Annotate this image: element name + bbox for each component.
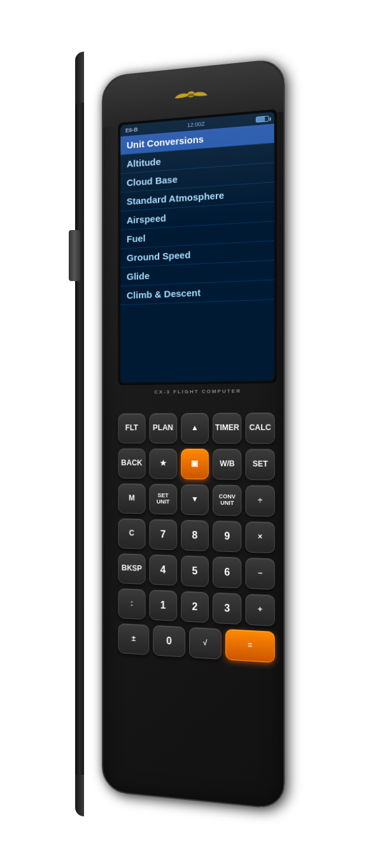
key-timer[interactable]: TIMER [213,413,241,444]
key-m[interactable]: M [118,483,145,514]
key-c[interactable]: C [118,518,145,549]
key-9[interactable]: 9 [213,521,241,553]
key-conv-unit[interactable]: CONVUNIT [213,484,241,516]
key-3[interactable]: 3 [213,592,241,625]
key-calc[interactable]: CALC [246,412,275,444]
key-bksp[interactable]: BKSP [118,553,145,584]
key-1[interactable]: 1 [149,590,177,621]
key--[interactable]: − [246,558,275,590]
device-body: ASA E6-B 12:00Z Unit ConversionsAltitude… [102,58,285,810]
logo-area: ASA [172,85,209,104]
svg-text:ASA: ASA [188,93,194,97]
asa-logo-icon: ASA [172,85,209,104]
key--[interactable]: ÷ [246,485,275,517]
key--[interactable]: ▲ [181,413,209,444]
device-side-bottom [75,775,84,816]
key--[interactable]: : [118,588,145,619]
nav-scroll [69,230,80,281]
key--[interactable]: + [246,594,275,626]
key-plan[interactable]: PLAN [149,413,177,444]
key-row-0: FLTPLAN▲TIMERCALC [118,412,274,444]
key-set-unit[interactable]: SETUNIT [149,484,177,514]
key--[interactable]: ★ [149,449,177,479]
key-row-1: BACK★▣W/BSET [118,449,274,481]
key--[interactable]: √ [189,627,222,660]
key-8[interactable]: 8 [181,520,209,551]
key-6[interactable]: 6 [213,556,241,588]
key-row-3: C789× [118,518,274,553]
key-set[interactable]: SET [246,449,275,480]
key--[interactable]: × [246,521,275,553]
key--[interactable]: = [225,629,275,663]
key-4[interactable]: 4 [149,554,177,586]
product-name-label: CX-3 FLIGHT COMPUTER [121,387,277,395]
key-flt[interactable]: FLT [118,413,145,443]
device-side [75,103,84,778]
key-5[interactable]: 5 [181,555,209,587]
key-label: UNIT [157,499,169,505]
key-2[interactable]: 2 [181,591,209,623]
key--[interactable]: ▣ [181,449,209,479]
battery-fill [257,117,265,122]
key--[interactable]: ▼ [181,484,209,516]
key-back[interactable]: BACK [118,449,145,479]
key-row-5: :123+ [118,588,274,626]
key-label: UNIT [220,500,234,507]
key-row-2: MSETUNIT▼CONVUNIT÷ [118,483,274,517]
key-w-b[interactable]: W/B [213,449,241,480]
keypad: FLTPLAN▲TIMERCALCBACK★▣W/BSETMSETUNIT▼CO… [115,406,278,782]
key--[interactable]: ± [118,623,149,655]
key-0[interactable]: 0 [153,625,185,658]
screen-time: 12:00Z [187,120,205,128]
screen-bezel: E6-B 12:00Z Unit ConversionsAltitudeClou… [118,109,276,385]
key-row-6: ±0√= [118,623,274,663]
device-wrapper: ASA E6-B 12:00Z Unit ConversionsAltitude… [83,52,299,816]
key-row-4: BKSP456− [118,553,274,590]
screen: E6-B 12:00Z Unit ConversionsAltitudeClou… [120,112,274,383]
screen-menu: Unit ConversionsAltitudeCloud BaseStanda… [120,124,274,305]
battery-icon [256,115,269,122]
device-side-top [75,52,84,106]
key-7[interactable]: 7 [149,519,177,550]
screen-model-label: E6-B [125,126,138,134]
